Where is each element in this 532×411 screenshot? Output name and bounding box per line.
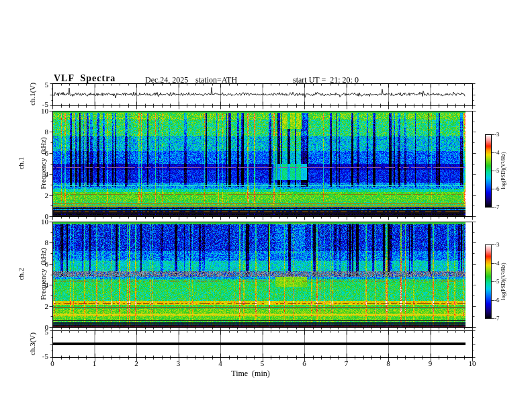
colorbar-tick-label: -4: [494, 149, 506, 156]
frequency-tick-label: 2: [27, 191, 48, 199]
x-tick-label: 10: [463, 359, 481, 367]
plot-canvas: [0, 0, 532, 411]
frequency-tick-label: 2: [27, 302, 48, 310]
x-tick-label: 4: [212, 359, 229, 367]
ch1-frequency-unit-label: Frequency (kHz): [40, 137, 47, 189]
colorbar-tick-label: -5: [494, 278, 506, 285]
frequency-tick-label: 8: [27, 238, 48, 246]
ch2-channel-label: ch.2: [17, 248, 25, 300]
ch1-frequency-axis-label: ch.1 Frequency (kHz): [3, 137, 62, 189]
x-tick-label: 9: [422, 359, 439, 367]
date-label: Dec.24, 2025: [145, 75, 188, 85]
voltage-tick-label: -5: [27, 100, 48, 108]
voltage-tick-label: 5: [27, 81, 48, 89]
ch1-channel-label: ch.1: [17, 137, 25, 189]
ch2-frequency-axis-label: ch.2 Frequency (kHz): [3, 248, 62, 300]
x-tick-label: 8: [380, 359, 397, 367]
colorbar-tick-label: -6: [494, 185, 506, 192]
x-tick-label: 1: [86, 359, 103, 367]
colorbar-tick-label: -3: [494, 241, 506, 248]
x-tick-label: 6: [296, 359, 313, 367]
frequency-tick-label: 10: [27, 218, 48, 226]
plot-title: VLF Spectra: [54, 73, 116, 84]
colorbar-tick-label: -5: [494, 167, 506, 174]
colorbar-tick-label: -7: [494, 315, 506, 322]
x-tick-label: 5: [254, 359, 271, 367]
start-ut-label: start UT = 21: 20: 0: [293, 75, 359, 85]
voltage-tick-label: 5: [27, 328, 48, 336]
frequency-tick-label: 4: [27, 281, 48, 289]
frequency-tick-label: 8: [27, 128, 48, 136]
voltage-tick-label: -5: [27, 352, 48, 360]
x-tick-label: 3: [170, 359, 187, 367]
time-axis-label: Time (min): [220, 369, 281, 379]
x-tick-label: 7: [338, 359, 355, 367]
colorbar-tick-label: -7: [494, 203, 506, 210]
colorbar-tick-label: -3: [494, 131, 506, 138]
station-label: station=ATH: [195, 75, 237, 85]
colorbar-tick-label: -4: [494, 260, 506, 267]
vlf-spectra-figure: VLF Spectra Dec.24, 2025 station=ATH sta…: [0, 0, 532, 411]
ch2-frequency-unit-label: Frequency (kHz): [40, 248, 47, 300]
x-tick-label: 0: [44, 359, 61, 367]
frequency-tick-label: 6: [27, 149, 48, 157]
frequency-tick-label: 4: [27, 170, 48, 178]
colorbar-tick-label: -6: [494, 297, 506, 304]
x-tick-label: 2: [128, 359, 145, 367]
frequency-tick-label: 6: [27, 260, 48, 268]
